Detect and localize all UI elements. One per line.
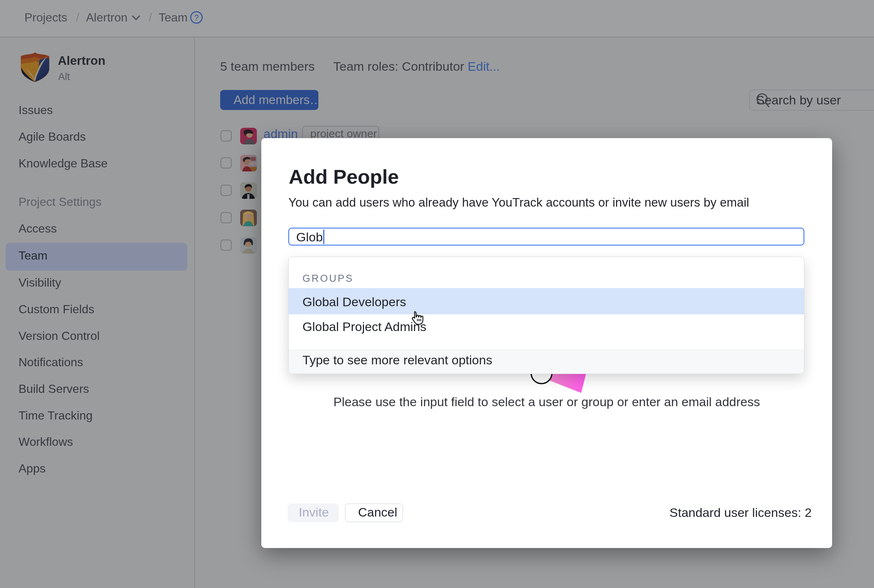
svg-text:?: ? bbox=[194, 13, 199, 22]
